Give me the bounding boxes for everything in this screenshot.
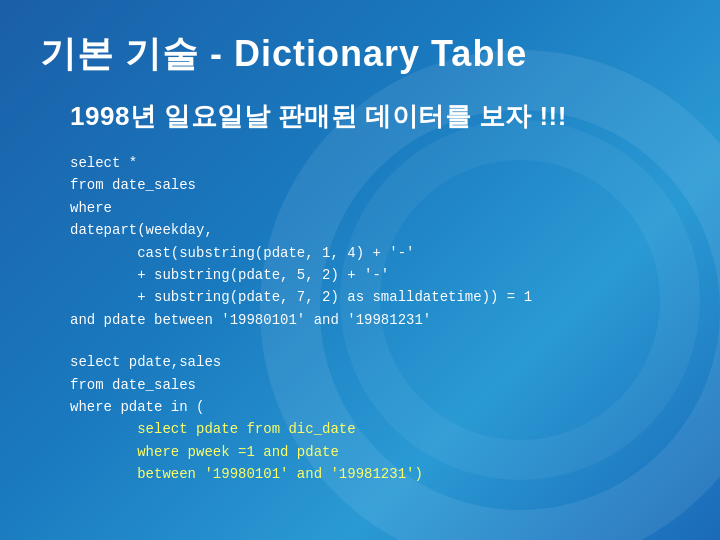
main-container: 기본 기술 - Dictionary Table 1998년 일요일날 판매된 … (0, 0, 720, 515)
code2-line-4: select pdate from dic_date (70, 421, 356, 437)
code2-line-2: from date_sales (70, 377, 196, 393)
code-line-5: cast(substring(pdate, 1, 4) + '-' (70, 245, 414, 261)
code-line-2: from date_sales (70, 177, 196, 193)
page-title: 기본 기술 - Dictionary Table (40, 30, 680, 79)
code-line-4: datepart(weekday, (70, 222, 213, 238)
code2-line-1: select pdate,sales (70, 354, 221, 370)
code-block-1: select * from date_sales where datepart(… (70, 152, 680, 331)
code-block-2: select pdate,sales from date_sales where… (70, 351, 680, 485)
code2-line-6: between '19980101' and '19981231') (70, 466, 423, 482)
code-line-8: and pdate between '19980101' and '199812… (70, 312, 431, 328)
code-line-7: + substring(pdate, 7, 2) as smalldatetim… (70, 289, 532, 305)
code2-line-5: where pweek =1 and pdate (70, 444, 339, 460)
code2-line-3: where pdate in ( (70, 399, 204, 415)
code-line-3: where (70, 200, 112, 216)
code-line-1: select * (70, 155, 137, 171)
subtitle: 1998년 일요일날 판매된 데이터를 보자 !!! (70, 99, 680, 134)
code-line-6: + substring(pdate, 5, 2) + '-' (70, 267, 389, 283)
